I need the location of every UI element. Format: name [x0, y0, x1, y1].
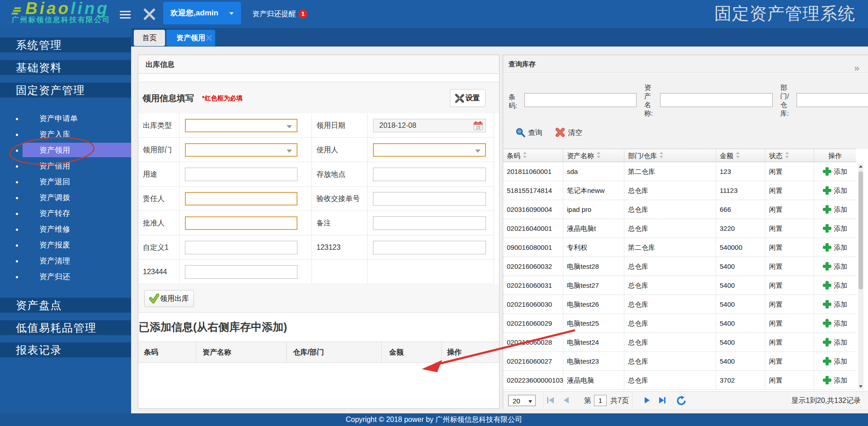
svg-text:15: 15 — [476, 125, 480, 130]
